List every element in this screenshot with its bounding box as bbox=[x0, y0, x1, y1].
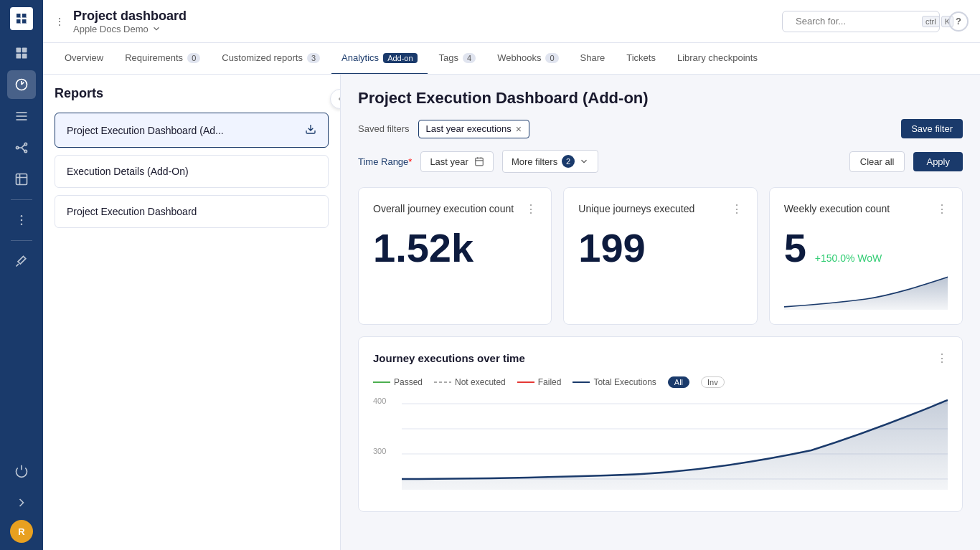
svg-point-8 bbox=[17, 146, 19, 148]
journey-chart-title: Journey executions over time bbox=[373, 352, 525, 364]
legend-not-executed: Not executed bbox=[434, 377, 506, 387]
tab-webhooks[interactable]: Webhooks 0 bbox=[487, 43, 568, 75]
calendar-icon bbox=[474, 156, 484, 166]
sidebar-divider-2 bbox=[11, 240, 32, 241]
metric-value-0: 1.52k bbox=[373, 228, 537, 268]
header-title-block: Project dashboard Apple Docs Demo bbox=[73, 9, 187, 34]
sidebar-bottom: R bbox=[7, 457, 36, 543]
svg-rect-15 bbox=[476, 158, 484, 166]
download-icon-0[interactable] bbox=[305, 123, 316, 137]
metric-value-2: 5 bbox=[784, 228, 806, 268]
metric-card-0: Overall journey execution count ⋮ 1.52k bbox=[358, 187, 552, 325]
report-item-0[interactable]: Project Execution Dashboard (Ad... bbox=[55, 113, 329, 148]
svg-rect-3 bbox=[22, 54, 27, 59]
metric-sub-2: +150.0% WoW bbox=[815, 252, 882, 264]
svg-rect-6 bbox=[17, 115, 27, 117]
saved-filter-chip[interactable]: Last year executions × bbox=[418, 120, 529, 138]
journey-chart-plot bbox=[402, 397, 948, 497]
content-area: Reports Project Execution Dashboard (Ad.… bbox=[43, 75, 980, 550]
metric-card-2: Weekly execution count ⋮ 5 +150.0% WoW bbox=[769, 187, 963, 325]
svg-point-9 bbox=[24, 143, 27, 145]
reports-sidebar-title: Reports bbox=[55, 86, 329, 101]
sidebar-icon-power[interactable] bbox=[7, 457, 36, 485]
main-content: ⋮ Project dashboard Apple Docs Demo ctrl… bbox=[43, 0, 980, 550]
tab-requirements[interactable]: Requirements 0 bbox=[115, 43, 210, 75]
journey-chart-header: Journey executions over time ⋮ bbox=[373, 351, 948, 365]
svg-point-12 bbox=[21, 219, 23, 222]
sidebar-divider-1 bbox=[11, 199, 32, 200]
more-filters-button[interactable]: More filters 2 bbox=[502, 150, 598, 173]
journey-chart-kebab[interactable]: ⋮ bbox=[936, 351, 948, 365]
time-range-select[interactable]: Last year bbox=[420, 151, 493, 172]
main-sidebar: R bbox=[0, 0, 43, 550]
metric-card-header-2: Weekly execution count ⋮ bbox=[784, 202, 948, 217]
sidebar-icon-list[interactable] bbox=[7, 102, 36, 131]
sidebar-icon-more[interactable] bbox=[7, 206, 36, 234]
tab-library-checkpoints[interactable]: Library checkpoints bbox=[667, 43, 768, 75]
report-item-1[interactable]: Execution Details (Add-On) bbox=[55, 155, 329, 188]
filter-chip-remove[interactable]: × bbox=[516, 123, 522, 135]
metrics-grid: Overall journey execution count ⋮ 1.52k … bbox=[358, 187, 963, 325]
sidebar-icon-analytics[interactable] bbox=[7, 70, 36, 99]
metric-card-title-1: Unique journeys executed bbox=[578, 202, 694, 217]
legend-passed: Passed bbox=[373, 377, 423, 387]
help-button[interactable]: ? bbox=[948, 11, 969, 32]
search-input[interactable] bbox=[796, 16, 916, 27]
chart-legend: Passed Not executed Failed Total Executi… bbox=[373, 376, 948, 388]
dashboard-header: Project Execution Dashboard (Add-on) Sav… bbox=[358, 89, 963, 173]
sidebar-icon-flow[interactable] bbox=[7, 133, 36, 162]
metric-card-title-0: Overall journey execution count bbox=[373, 202, 514, 217]
page-title: Project dashboard bbox=[73, 9, 187, 24]
toggle-inv[interactable]: Inv bbox=[701, 376, 725, 388]
collapse-sidebar-button[interactable] bbox=[330, 89, 341, 109]
project-subtitle[interactable]: Apple Docs Demo bbox=[73, 24, 187, 34]
saved-filters-row: Saved filters Last year executions × Sav… bbox=[358, 119, 963, 138]
save-filter-button[interactable]: Save filter bbox=[901, 119, 963, 138]
navigation-tabs: Overview Requirements 0 Customized repor… bbox=[43, 43, 980, 75]
chevron-down-icon bbox=[579, 156, 589, 166]
svg-point-10 bbox=[24, 150, 27, 152]
dashboard-title: Project Execution Dashboard (Add-on) bbox=[358, 89, 963, 108]
sidebar-icon-expand[interactable] bbox=[7, 488, 36, 517]
apply-button[interactable]: Apply bbox=[913, 152, 963, 171]
dashboard-main: Project Execution Dashboard (Add-on) Sav… bbox=[341, 75, 980, 550]
legend-total-executions: Total Executions bbox=[573, 377, 656, 387]
global-search[interactable]: ctrl K bbox=[782, 11, 940, 32]
app-logo[interactable] bbox=[10, 7, 33, 30]
sidebar-icon-magic[interactable] bbox=[7, 247, 36, 275]
legend-failed: Failed bbox=[517, 377, 562, 387]
journey-chart-card: Journey executions over time ⋮ Passed No… bbox=[358, 336, 963, 512]
metric-kebab-2[interactable]: ⋮ bbox=[936, 202, 948, 216]
tab-analytics[interactable]: Analytics Add-on bbox=[331, 43, 428, 75]
more-filters-badge: 2 bbox=[562, 155, 575, 168]
metric-card-title-2: Weekly execution count bbox=[784, 202, 890, 217]
tab-customized-reports[interactable]: Customized reports 3 bbox=[212, 43, 330, 75]
user-avatar[interactable]: R bbox=[10, 520, 33, 543]
svg-rect-0 bbox=[17, 48, 22, 53]
metric-mini-chart bbox=[784, 274, 948, 310]
tab-overview[interactable]: Overview bbox=[55, 43, 113, 75]
tab-tags[interactable]: Tags 4 bbox=[429, 43, 486, 75]
top-header: ⋮ Project dashboard Apple Docs Demo ctrl… bbox=[43, 0, 980, 43]
header-kebab-menu[interactable]: ⋮ bbox=[55, 16, 65, 27]
sidebar-icon-test[interactable] bbox=[7, 165, 36, 194]
svg-rect-7 bbox=[17, 119, 27, 120]
toggle-all[interactable]: All bbox=[668, 376, 689, 388]
time-range-row: Time Range* Last year More filters 2 Cle… bbox=[358, 150, 963, 173]
reports-sidebar: Reports Project Execution Dashboard (Ad.… bbox=[43, 75, 341, 550]
report-item-2[interactable]: Project Execution Dashboard bbox=[55, 195, 329, 228]
svg-point-11 bbox=[21, 215, 23, 217]
metric-card-1: Unique journeys executed ⋮ 199 bbox=[563, 187, 757, 325]
metric-kebab-0[interactable]: ⋮ bbox=[525, 202, 537, 216]
clear-all-button[interactable]: Clear all bbox=[849, 151, 905, 172]
svg-rect-5 bbox=[17, 112, 27, 113]
metric-card-header-0: Overall journey execution count ⋮ bbox=[373, 202, 537, 217]
metric-card-header-1: Unique journeys executed ⋮ bbox=[578, 202, 742, 217]
sidebar-icon-dashboard[interactable] bbox=[7, 39, 36, 67]
tab-tickets[interactable]: Tickets bbox=[616, 43, 666, 75]
tab-share[interactable]: Share bbox=[570, 43, 616, 75]
time-range-label: Time Range* bbox=[358, 156, 412, 167]
metric-value-1: 199 bbox=[578, 228, 742, 268]
metric-kebab-1[interactable]: ⋮ bbox=[731, 202, 743, 216]
chart-y-labels: 400 300 bbox=[373, 397, 398, 497]
